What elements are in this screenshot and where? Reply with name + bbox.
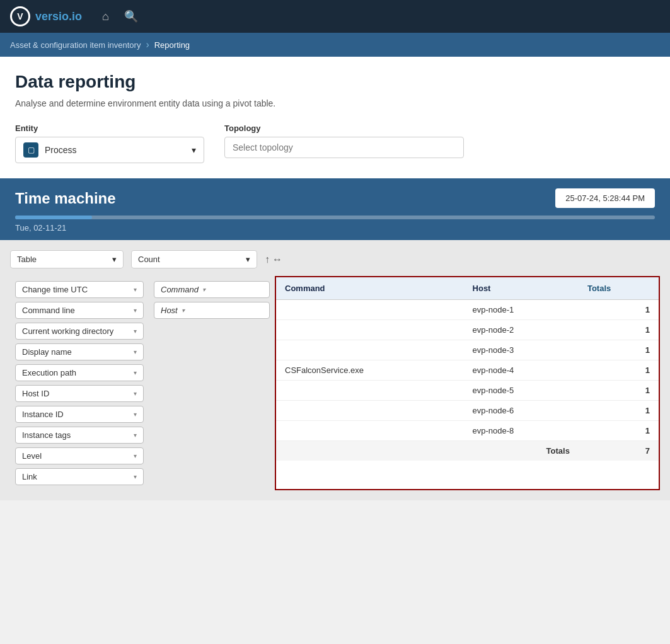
table-row: evp-node-81 (276, 421, 659, 441)
view-type-label: Table (17, 255, 37, 264)
page-description: Analyse and determine environment entity… (15, 98, 655, 108)
th-command: Command (276, 277, 464, 300)
fields-column: Change time UTC ▾ Command line ▾ Current… (10, 276, 149, 490)
sort-icons: ↑ ↔ (265, 254, 282, 265)
count-cell: 1 (579, 421, 659, 441)
count-type-select[interactable]: Count ▾ (131, 250, 257, 268)
field-label: Change time UTC (22, 285, 88, 294)
count-cell: 1 (579, 340, 659, 360)
field-label: Display name (22, 347, 72, 357)
command-cell (276, 300, 464, 320)
form-row: Entity ▢ Process ▾ Topology (15, 124, 655, 178)
table-row: evp-node-21 (276, 320, 659, 340)
field-label: Command line (22, 306, 75, 315)
field-chip-host-id[interactable]: Host ID ▾ (15, 385, 144, 402)
table-row: evp-node-51 (276, 381, 659, 401)
field-arrow: ▾ (134, 369, 137, 376)
entity-icon: ▢ (23, 142, 38, 158)
home-icon[interactable]: ⌂ (102, 10, 109, 23)
pivot-arrow: ▾ (182, 307, 185, 314)
field-arrow: ▾ (134, 328, 137, 335)
count-type-arrow: ▾ (246, 255, 250, 264)
pivot-chip-command[interactable]: Command ▾ (154, 281, 270, 298)
field-label: Instance tags (22, 430, 71, 440)
view-type-select[interactable]: Table ▾ (10, 250, 124, 268)
field-label: Instance ID (22, 410, 64, 419)
table-row: evp-node-61 (276, 401, 659, 421)
count-cell: 1 (579, 320, 659, 340)
data-table-wrapper: Command Host Totals evp-node-11evp-node-… (275, 276, 660, 490)
field-label: Current working directory (22, 326, 113, 336)
count-cell: 1 (579, 381, 659, 401)
topology-label: Topology (224, 124, 464, 133)
field-label: Host ID (22, 389, 49, 398)
field-arrow: ▾ (134, 432, 137, 439)
field-chip-instance-tags[interactable]: Instance tags ▾ (15, 427, 144, 444)
field-arrow: ▾ (134, 348, 137, 355)
count-cell: 1 (579, 401, 659, 421)
field-chip-change-time-utc[interactable]: Change time UTC ▾ (15, 281, 144, 298)
slider-track[interactable] (15, 216, 655, 219)
logo: V versio.io (10, 6, 82, 26)
field-chip-display-name[interactable]: Display name ▾ (15, 343, 144, 360)
logo-text: versio.io (35, 10, 82, 23)
command-cell (276, 381, 464, 401)
entity-dropdown-arrow: ▾ (192, 145, 196, 155)
topology-group: Topology (224, 124, 464, 163)
field-chip-level[interactable]: Level ▾ (15, 447, 144, 464)
command-cell (276, 421, 464, 441)
time-machine-label: Tue, 02-11-21 (0, 219, 670, 240)
host-cell: evp-node-4 (464, 360, 579, 381)
pivot-label: Command (161, 285, 199, 294)
totals-label-cell: Totals (276, 441, 579, 461)
field-label: Link (22, 472, 37, 481)
pivot-label: Host (161, 306, 178, 315)
field-arrow: ▾ (134, 411, 137, 418)
topology-input[interactable] (224, 137, 464, 158)
pivot-area: Change time UTC ▾ Command line ▾ Current… (10, 276, 660, 490)
entity-label: Entity (15, 124, 204, 133)
command-cell (276, 320, 464, 340)
field-chip-instance-id[interactable]: Instance ID ▾ (15, 406, 144, 423)
host-cell: evp-node-5 (464, 381, 579, 401)
search-icon[interactable]: 🔍 (124, 9, 138, 23)
nav-icons: ⌂ 🔍 (102, 9, 138, 23)
time-machine-slider-row (0, 213, 670, 219)
sort-horizontal-icon[interactable]: ↔ (272, 254, 282, 265)
entity-group: Entity ▢ Process ▾ (15, 124, 204, 163)
count-cell: 1 (579, 360, 659, 381)
pivot-chip-host[interactable]: Host ▾ (154, 302, 270, 319)
sort-vertical-icon[interactable]: ↑ (265, 254, 270, 265)
field-chip-execution-path[interactable]: Execution path ▾ (15, 364, 144, 381)
entity-value: Process (45, 145, 77, 155)
command-cell (276, 401, 464, 421)
time-machine-top: Time machine 25-07-24, 5:28:44 PM (0, 178, 670, 213)
table-row: evp-node-11 (276, 300, 659, 320)
field-chip-command-line[interactable]: Command line ▾ (15, 302, 144, 319)
field-arrow: ▾ (134, 307, 137, 314)
entity-select-left: ▢ Process (23, 142, 77, 158)
host-cell: evp-node-8 (464, 421, 579, 441)
table-controls: Table ▾ Count ▾ ↑ ↔ (10, 250, 660, 268)
logo-icon: V (10, 6, 30, 26)
breadcrumb-parent[interactable]: Asset & configuration item inventory (10, 40, 141, 50)
totals-row: Totals7 (276, 441, 659, 461)
entity-select[interactable]: ▢ Process ▾ (15, 137, 204, 163)
breadcrumb-current: Reporting (154, 40, 190, 50)
time-machine-date-button[interactable]: 25-07-24, 5:28:44 PM (555, 188, 655, 208)
field-label: Level (22, 451, 42, 461)
host-cell: evp-node-6 (464, 401, 579, 421)
time-machine-banner: Time machine 25-07-24, 5:28:44 PM Tue, 0… (0, 178, 670, 240)
field-chip-cwd[interactable]: Current working directory ▾ (15, 323, 144, 340)
table-section: Table ▾ Count ▾ ↑ ↔ Change time UTC ▾ Co… (0, 240, 670, 500)
view-type-arrow: ▾ (112, 255, 117, 264)
field-chip-link[interactable]: Link ▾ (15, 468, 144, 485)
breadcrumb-separator: › (146, 39, 149, 50)
top-nav: V versio.io ⌂ 🔍 (0, 0, 670, 33)
th-host: Host (464, 277, 579, 300)
field-arrow: ▾ (134, 473, 137, 480)
host-cell: evp-node-2 (464, 320, 579, 340)
field-arrow: ▾ (134, 286, 137, 293)
field-arrow: ▾ (134, 390, 137, 397)
field-label: Execution path (22, 368, 76, 377)
